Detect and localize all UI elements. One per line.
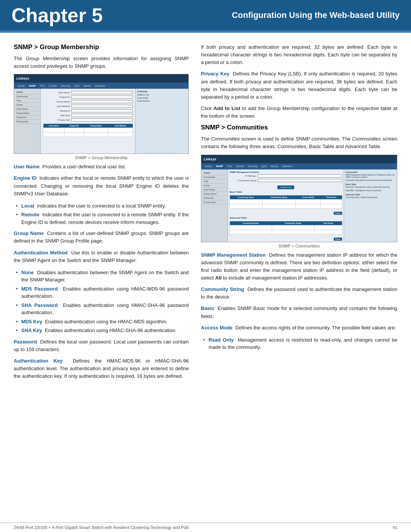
bullet-sha-password: SHA Password Enables authentication usin… — [14, 301, 189, 317]
snmp-communities-heading: SNMP > Communities — [201, 124, 397, 131]
right-column: If both privacy and authentication are r… — [201, 43, 397, 384]
engine-id-bullets: Local Indicates that the user is connect… — [14, 201, 189, 227]
password-para: Password Defines the local user password… — [14, 338, 189, 353]
snmp-group-heading: SNMP > Group Membership — [14, 43, 189, 51]
privacy-key-term: Privacy Key — [201, 71, 229, 77]
chapter-subtitle: Configuration Using the Web-based Utilit… — [232, 10, 400, 20]
engine-id-para: Engine ID Indicates either the local or … — [14, 174, 189, 197]
bullet-read-only: Read Only Management access is restricte… — [201, 335, 397, 352]
page-header: Chapter 5 Configuration Using the Web-ba… — [0, 0, 411, 30]
user-name-para: User Name Provides a user-defined local … — [14, 163, 189, 171]
footer-right: 41 — [393, 525, 397, 530]
communities-screenshot: Linksys Home SNMP Port VLANs Security Qo… — [201, 155, 397, 242]
access-mode-bullets: Read Only Management access is restricte… — [201, 335, 397, 352]
group-intro: The Group Membership screen provides inf… — [14, 55, 189, 70]
screenshot1-caption: SNMP > Group Membership — [14, 155, 189, 160]
privacy-key-intro: If both privacy and authentication are r… — [201, 43, 397, 66]
chapter-title: Chapter 5 — [11, 4, 103, 27]
basic-para: Basic Enables SNMP Basic mode for a sele… — [201, 305, 397, 320]
communities-intro: The Communities screen is used to define… — [201, 135, 397, 150]
privacy-key-para: Privacy Key Defines the Privacy Key (LSB… — [201, 70, 397, 101]
footer-left: 24/48-Port 10/100 + 4-Port Gigabit Smart… — [14, 525, 189, 530]
left-column: SNMP > Group Membership The Group Member… — [14, 43, 189, 384]
access-mode-para: Access Mode Defines the access rights of… — [201, 324, 397, 332]
content-area: SNMP > Group Membership The Group Member… — [0, 33, 411, 392]
screenshot2-caption: SNMP > Communities — [201, 244, 397, 248]
community-string-para: Community String Defines the password us… — [201, 286, 397, 301]
auth-method-para: Authentication Method Use this to enable… — [14, 249, 189, 264]
bullet-sha-key: SHA Key Enables authentication using HMA… — [14, 326, 189, 335]
snmp-mgmt-para: SNMP Management Station Defines the mana… — [201, 251, 397, 282]
bullet-local: Local Indicates that the user is connect… — [14, 201, 189, 211]
group-membership-screenshot: Linksys Home SNMP Port VLANs Security Qo… — [14, 74, 189, 154]
auth-key-para: Authentication Key Defines the HMAC-MD5-… — [14, 357, 189, 380]
add-to-list-para: Click Add to List to add the Group Membe… — [201, 105, 397, 120]
page-footer: 24/48-Port 10/100 + 4-Port Gigabit Smart… — [0, 522, 411, 532]
bullet-md5-password: MD5 Password Enables authentication usin… — [14, 284, 189, 301]
bullet-md5-key: MD5 Key Enables authentication using the… — [14, 317, 189, 326]
auth-method-bullets: None Disables authentication between the… — [14, 268, 189, 335]
bullet-none: None Disables authentication between the… — [14, 268, 189, 284]
group-name-para: Group Name Contains a list of user-defin… — [14, 230, 189, 245]
bullet-remote: Remote Indicates that the user is connec… — [14, 210, 189, 227]
privacy-key-desc: Defines the Privacy Key (LSB). If only a… — [201, 71, 397, 99]
